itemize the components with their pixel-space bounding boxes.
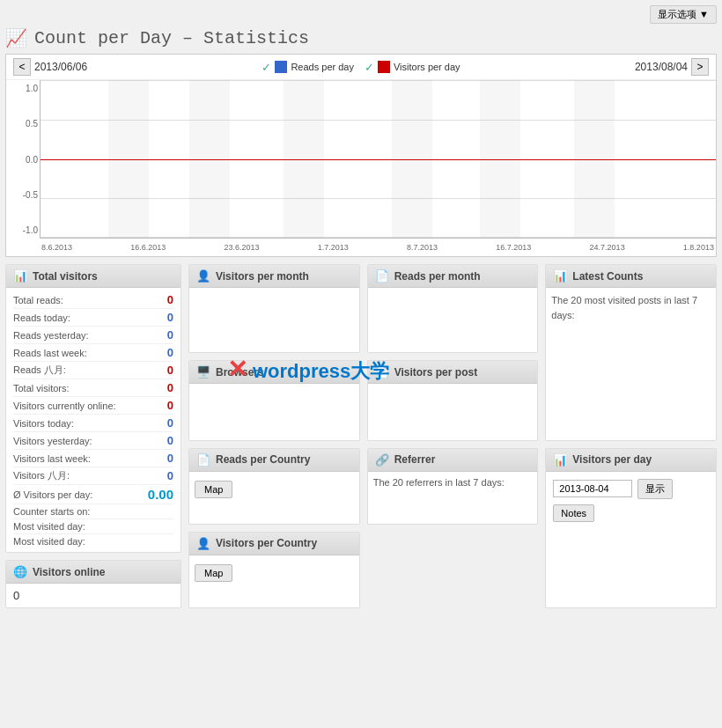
stat-most-visited-2: Most visited day: — [13, 534, 173, 548]
latest-counts-header: 📊 Latest Counts — [546, 265, 716, 288]
reads-legend-label: Reads per day — [291, 62, 354, 72]
visitors-legend-label: Visitors per day — [394, 62, 460, 72]
browsers-body — [189, 384, 359, 419]
stat-reads-lastweek-value: 0 — [167, 346, 173, 359]
stat-reads-yesterday-label: Reads yesterday: — [13, 330, 89, 341]
visitors-per-country-map-button[interactable]: Map — [195, 564, 232, 582]
referrer-widget: 🔗 Referrer The 20 referrers in last 7 da… — [367, 448, 539, 525]
visitors-per-country-body: Map — [189, 555, 359, 587]
stat-visitors-today-label: Visitors today: — [13, 418, 74, 429]
vpd-show-button[interactable]: 显示 — [637, 479, 673, 499]
stat-reads-today: Reads today: 0 — [13, 309, 173, 327]
stat-total-reads: Total reads: 0 — [13, 291, 173, 309]
reads-per-month-header: 📄 Reads per month — [368, 265, 538, 288]
reads-per-country-title: Reads per Country — [216, 453, 310, 466]
visitors-online-icon: 🌐 — [13, 565, 27, 578]
stat-visitors-aug-value: 0 — [167, 469, 173, 482]
visitors-per-month-widget: 👤 Visitors per month — [188, 264, 360, 353]
stat-reads-aug-value: 0 — [167, 364, 173, 377]
visitors-online-widget: 🌐 Visitors online 0 — [5, 560, 181, 608]
latest-counts-title: Latest Counts — [572, 270, 643, 283]
stat-reads-lastweek: Reads last week: 0 — [13, 344, 173, 362]
chart-date-right-area: 2013/08/04 > — [635, 58, 709, 76]
stat-reads-today-label: Reads today: — [13, 313, 70, 323]
vpd-date-row: 显示 — [553, 479, 709, 499]
y-label-4: -0.5 — [8, 190, 38, 200]
stat-visitors-yesterday-value: 0 — [167, 434, 173, 447]
visitors-check-icon: ✓ — [365, 61, 374, 74]
stat-visitors-lastweek: Visitors last week: 0 — [13, 450, 173, 467]
reads-per-country-widget: 📄 Reads per Country Map — [188, 448, 360, 525]
latest-counts-widget: 📊 Latest Counts The 20 most visited post… — [545, 264, 717, 441]
x-label-7: 24.7.2013 — [590, 243, 625, 252]
visitors-per-country-title: Visitors per Country — [216, 537, 317, 549]
chart-end-date: 2013/08/04 — [635, 61, 688, 73]
reads-per-month-icon: 📄 — [375, 269, 389, 283]
chart-area: 1.0 0.5 0.0 -0.5 -1.0 — [6, 80, 716, 256]
visitors-per-day-body: 显示 Notes — [546, 472, 716, 529]
visitors-per-post-widget: 📄 Visitors per post — [367, 360, 539, 440]
chart-next-button[interactable]: > — [691, 58, 709, 76]
reads-per-country-map-button[interactable]: Map — [195, 481, 232, 498]
visitors-per-month-header: 👤 Visitors per month — [189, 265, 359, 288]
stat-most-visited-1-label: Most visited day: — [13, 521, 85, 532]
stat-visitors-yesterday-label: Visitors yesterday: — [13, 436, 92, 446]
stat-reads-lastweek-label: Reads last week: — [13, 348, 87, 358]
x-label-3: 23.6.2013 — [225, 243, 260, 252]
legend-reads: ✓ Reads per day — [262, 61, 354, 74]
stat-most-visited-2-label: Most visited day: — [13, 536, 85, 547]
stat-visitors-lastweek-label: Visitors last week: — [13, 453, 91, 464]
stat-most-visited-1: Most visited day: — [13, 519, 173, 534]
reads-per-month-title: Reads per month — [394, 270, 481, 283]
reads-per-month-widget: 📄 Reads per month — [367, 264, 539, 353]
visitors-online-header: 🌐 Visitors online — [6, 561, 180, 584]
visitors-per-month-title: Visitors per month — [216, 270, 309, 283]
total-visitors-title: Total visitors — [33, 270, 98, 283]
stat-visitors-lastweek-value: 0 — [167, 452, 173, 465]
visitors-per-country-icon: 👤 — [196, 537, 210, 550]
x-label-6: 16.7.2013 — [496, 243, 531, 252]
stat-total-reads-label: Total reads: — [13, 295, 63, 305]
page-title: Count per Day – Statistics — [34, 28, 309, 48]
browsers-header: 🖥️ Browsers — [189, 361, 359, 384]
x-label-5: 8.7.2013 — [407, 243, 438, 252]
stat-avg-visitors: Ø Visitors per day: 0.00 — [13, 485, 173, 504]
reads-per-country-body: Map — [189, 472, 359, 504]
browsers-icon: 🖥️ — [196, 365, 210, 379]
stat-avg-label: Ø Visitors per day: — [13, 489, 92, 500]
chart-date-left-area: < 2013/06/06 — [13, 58, 87, 76]
page-header: 📈 Count per Day – Statistics — [5, 27, 717, 48]
browsers-widget: 🖥️ Browsers — [188, 360, 360, 440]
y-label-2: 0.5 — [8, 119, 38, 129]
visitors-per-post-title: Visitors per post — [394, 366, 477, 379]
visitors-per-day-widget: 📊 Visitors per day 显示 Notes — [545, 448, 717, 609]
chart-nav: < 2013/06/06 ✓ Reads per day ✓ Visitors … — [6, 55, 716, 80]
chart-x-labels: 8.6.2013 16.6.2013 23.6.2013 1.7.2013 8.… — [40, 239, 716, 256]
referrer-icon: 🔗 — [375, 453, 389, 467]
chart-start-date: 2013/06/06 — [34, 61, 87, 73]
stat-total-visitors-label: Total visitors: — [13, 383, 70, 393]
y-label-1: 1.0 — [8, 84, 38, 93]
display-options-button[interactable]: 显示选项 ▼ — [650, 5, 717, 24]
visitors-per-post-body — [368, 384, 538, 419]
vpd-date-input[interactable] — [553, 480, 632, 497]
chart-prev-button[interactable]: < — [13, 58, 31, 76]
stat-reads-aug: Reads 八月: 0 — [13, 362, 173, 379]
x-label-1: 8.6.2013 — [41, 243, 72, 252]
browsers-title: Browsers — [216, 366, 264, 379]
stat-reads-yesterday-value: 0 — [167, 328, 173, 342]
x-label-8: 1.8.2013 — [683, 243, 714, 252]
stat-total-visitors-value: 0 — [167, 381, 173, 394]
stat-visitors-online-label: Visitors currently online: — [13, 401, 116, 411]
y-label-5: -1.0 — [8, 225, 38, 235]
visitors-per-post-icon: 📄 — [375, 365, 389, 379]
total-visitors-header: 📊 Total visitors — [6, 265, 180, 288]
referrer-header: 🔗 Referrer — [368, 449, 538, 472]
visitors-color-swatch — [378, 61, 390, 73]
content-area: 📊 Total visitors Total reads: 0 Reads to… — [5, 264, 717, 608]
total-visitors-widget: 📊 Total visitors Total reads: 0 Reads to… — [5, 264, 181, 553]
vpd-notes-button[interactable]: Notes — [553, 504, 594, 522]
reads-per-country-header: 📄 Reads per Country — [189, 449, 359, 472]
y-label-3: 0.0 — [8, 155, 38, 165]
total-visitors-body: Total reads: 0 Reads today: 0 Reads yest… — [6, 288, 180, 552]
